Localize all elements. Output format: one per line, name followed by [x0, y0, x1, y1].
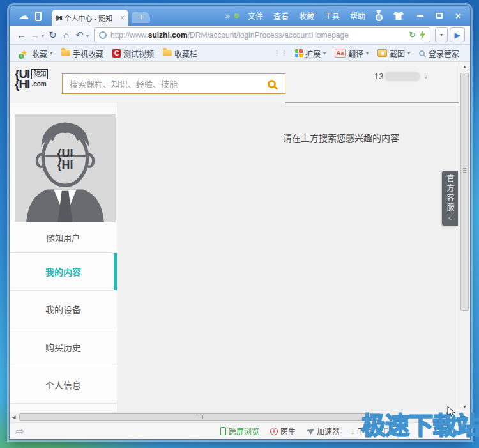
search-icon	[268, 80, 276, 88]
favorites-dropdown-icon: ▾	[50, 50, 52, 56]
sidebar-item-my-devices[interactable]: 我的设备	[10, 291, 117, 328]
browser-tab[interactable]: {HI 个人中心 - 随知 ×	[52, 10, 128, 26]
go-button[interactable]: ▶	[450, 27, 465, 42]
phone-prefix: 13	[374, 72, 383, 81]
url-domain: suizhi.com	[148, 31, 188, 40]
logo-mark: {UI {HI	[15, 69, 29, 89]
bookmarks-bar: ★+ 收藏 ▾ 手机收藏 C 测试视频 收藏栏 ⋮⋮ 扩展	[10, 45, 470, 62]
tab-close-icon[interactable]: ×	[120, 13, 125, 22]
maximize-button[interactable]	[430, 10, 448, 22]
toolbar-overflow-icon[interactable]: »	[222, 11, 233, 20]
mouse-cursor	[447, 406, 456, 419]
cloud-sync-icon[interactable]: ☁	[19, 11, 29, 21]
translate-icon: Aa	[335, 49, 346, 58]
search-button[interactable]	[258, 74, 285, 93]
empty-state-message: 请在上方搜索您感兴趣的内容	[283, 131, 399, 144]
url-text[interactable]: http://www.suizhi.com/DRM/account/loginP…	[110, 31, 405, 40]
medal-icon[interactable]	[375, 10, 383, 21]
scroll-grip-icon	[463, 168, 466, 173]
bookmarks-right-group: ⋮⋮ 扩展 ▾ Aa 翻译 ▾ 截图 ▾ 登录管	[273, 48, 464, 59]
close-icon: ×	[455, 11, 461, 20]
skin-theme-icon[interactable]	[393, 12, 404, 20]
suizhi-logo[interactable]: {UI {HI 随知 .com	[15, 69, 48, 89]
bookmark-test-video[interactable]: C 测试视频	[108, 48, 158, 59]
sidebar: {UI {HI 随知用户 我的内容 我的设备 购买历史 个人信息	[10, 103, 117, 412]
star-icon: ★+	[20, 49, 29, 58]
refresh-icon[interactable]: ↻	[46, 30, 59, 40]
screenshot-button[interactable]: 截图 ▾	[373, 48, 414, 59]
login-manager-icon	[419, 50, 425, 56]
site-watermark: 极速下载站	[361, 413, 479, 440]
suizhi-favicon-icon: {HI	[56, 15, 62, 21]
forward-dropdown-icon[interactable]: ▾	[42, 33, 44, 39]
cross-screen-phone-icon	[220, 427, 226, 435]
scroll-down-icon[interactable]	[459, 405, 470, 409]
url-prefix: http://www.	[110, 31, 148, 40]
login-manager-button[interactable]: 登录管家	[414, 48, 464, 59]
site-globe-icon	[99, 31, 107, 39]
minimize-button[interactable]	[411, 10, 429, 22]
sidebar-item-personal-info[interactable]: 个人信息	[10, 366, 117, 404]
translate-button[interactable]: Aa 翻译 ▾	[330, 48, 373, 59]
maximize-icon	[436, 13, 443, 19]
address-bar[interactable]: http://www.suizhi.com/DRM/account/loginP…	[94, 27, 430, 42]
compat-mode-icon[interactable]: ↻	[409, 31, 416, 39]
site-search-box	[62, 73, 285, 94]
extensions-button[interactable]: 扩展 ▾	[291, 48, 330, 59]
scroll-left-icon[interactable]	[12, 412, 15, 422]
download-arrow-icon: ↓	[351, 427, 355, 435]
extensions-dropdown-icon: ▾	[323, 50, 326, 56]
sidebar-item-purchase-history[interactable]: 购买历史	[10, 328, 117, 366]
extension-dot-icon[interactable]	[234, 13, 239, 18]
close-button[interactable]: ×	[450, 10, 467, 22]
scroll-up-icon[interactable]	[459, 65, 470, 69]
url-history-dropdown[interactable]: ▾	[435, 27, 448, 42]
mobile-icon[interactable]	[35, 12, 42, 21]
search-input[interactable]	[63, 79, 258, 89]
header-divider	[285, 102, 459, 103]
c-site-icon: C	[112, 49, 121, 58]
minimize-icon	[417, 15, 423, 17]
menu-favorites[interactable]: 收藏	[294, 10, 319, 21]
tab-title: 个人中心 - 随知	[65, 13, 118, 23]
customer-service-label: 官方客服	[445, 174, 455, 213]
address-bar-icons: ↻	[409, 31, 425, 40]
bookmark-favorites-folder[interactable]: 收藏栏	[158, 48, 202, 59]
accelerator-button[interactable]: 加速器	[307, 426, 340, 436]
home-icon[interactable]: ⌂	[59, 30, 73, 40]
phone-number-redacted	[384, 72, 420, 81]
speed-mode-icon[interactable]	[420, 31, 425, 40]
menu-tools[interactable]: 工具	[319, 10, 345, 21]
customer-service-tab[interactable]: 官方客服 <	[442, 171, 458, 226]
cross-screen-button[interactable]: 跨屏浏览	[220, 426, 259, 436]
account-phone-menu[interactable]: 13 ∨	[374, 72, 428, 81]
url-path: /DRM/account/loginProcess/accountHomepag…	[188, 31, 349, 40]
doctor-button[interactable]: 医生	[270, 426, 296, 436]
menu-help[interactable]: 帮助	[345, 10, 370, 21]
screenshot-dropdown-icon: ▾	[407, 50, 410, 56]
vertical-scroll-thumb[interactable]	[460, 73, 469, 311]
new-tab-button[interactable]: +	[132, 12, 150, 23]
avatar[interactable]: {UI {HI	[15, 114, 116, 222]
sidebar-toggle-icon[interactable]	[16, 426, 24, 436]
bookmark-mobile-favorites[interactable]: 手机收藏	[57, 48, 108, 59]
undo-close-icon[interactable]: ↶	[73, 30, 86, 40]
browser-titlebar: ☁ {HI 个人中心 - 随知 × + » 文件 查看 收藏 工具 帮助 ×	[10, 6, 470, 26]
separator-dots-icon: ⋮⋮	[273, 49, 289, 58]
menu-file[interactable]: 文件	[243, 10, 268, 21]
menu-view[interactable]: 查看	[268, 10, 294, 21]
forward-icon[interactable]: →	[28, 30, 42, 40]
browser-window: ☁ {HI 个人中心 - 随知 × + » 文件 查看 收藏 工具 帮助 ×	[10, 6, 470, 439]
navigation-toolbar: ← → ▾ ↻ ⌂ ↶ ▾ http://www.suizhi.com/DRM/…	[10, 26, 470, 45]
site-header: {UI {HI 随知 .com 13 ∨	[10, 62, 459, 103]
horizontal-scroll-thumb[interactable]	[19, 413, 381, 421]
bookmark-favorites[interactable]: ★+ 收藏 ▾	[16, 48, 57, 59]
back-icon[interactable]: ←	[15, 30, 28, 40]
sidebar-menu: 我的内容 我的设备 购买历史 个人信息	[10, 252, 117, 404]
avatar-illustration: {UI {HI	[15, 115, 116, 222]
logo-badge: 随知	[31, 69, 48, 79]
vertical-scrollbar[interactable]	[459, 62, 470, 412]
sidebar-item-my-content[interactable]: 我的内容	[10, 253, 117, 291]
undo-dropdown-icon[interactable]: ▾	[86, 33, 89, 39]
translate-dropdown-icon: ▾	[366, 50, 369, 56]
